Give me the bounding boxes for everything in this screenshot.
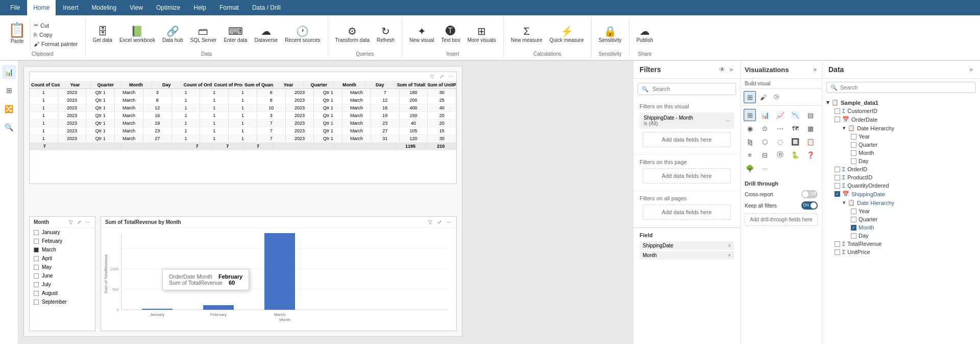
dataverse-button[interactable]: ☁ Dataverse (252, 24, 281, 45)
tree-field-orderdate[interactable]: 📅 OrderDate (830, 115, 980, 124)
refresh-button[interactable]: ↻ Refresh (374, 24, 398, 45)
cross-report-toggle[interactable]: Off (801, 190, 818, 198)
tree-field-unitprice[interactable]: Σ UnitPrice (830, 248, 980, 256)
month-order-checkbox[interactable] (851, 150, 856, 156)
keep-filters-toggle[interactable]: On (801, 201, 818, 210)
viz-icon-table[interactable]: ⊞ (744, 109, 756, 121)
tree-group-sample-header[interactable]: ▾ 📋 Sample_data1 (822, 98, 980, 107)
recent-sources-button[interactable]: 🕐 Recent sources (282, 24, 323, 45)
tree-field-productid[interactable]: Σ ProductID (830, 173, 980, 181)
slicer-expand-icon[interactable]: ⤢ (76, 219, 83, 225)
tree-field-quarter-order[interactable]: Quarter (847, 141, 980, 149)
data-panel-expand-icon[interactable]: » (968, 65, 974, 74)
viz-icon-qna[interactable]: ❓ (804, 149, 817, 161)
tree-field-date-hierarchy-order[interactable]: ▾ 📋 Date Hierarchy (839, 124, 980, 132)
slicer-more-icon[interactable]: ··· (84, 219, 91, 225)
viz-icon-map[interactable]: 🗺 (789, 122, 801, 134)
more-visuals-button[interactable]: ⊞ More visuals (464, 24, 499, 45)
new-visual-button[interactable]: ✦ New visual (406, 24, 437, 45)
slicer-item[interactable]: September (30, 297, 95, 306)
viz-icon-python[interactable]: 🐍 (789, 149, 801, 161)
sidebar-icon-dax[interactable]: 🔍 (2, 120, 16, 134)
filters-expand-icon[interactable]: » (728, 65, 734, 74)
tab-modeling[interactable]: Modeling (85, 0, 122, 15)
viz-tab-filter-pane[interactable]: ⧁ (770, 91, 782, 103)
viz-icon-slicer[interactable]: ≡ (744, 149, 756, 161)
viz-icon-gauge[interactable]: ◌ (774, 135, 787, 148)
text-box-button[interactable]: 🅣 Text box (438, 24, 463, 45)
tree-field-qty[interactable]: Σ QuantityOrdered (830, 181, 980, 190)
viz-icon-donut[interactable]: ⊙ (759, 122, 771, 134)
add-drill-fields-btn[interactable]: Add drill-through fields here (745, 213, 818, 226)
viz-tab-table[interactable]: ⊞ (744, 91, 756, 103)
slicer-item[interactable]: August (30, 289, 95, 297)
tree-field-day-order[interactable]: Day (847, 157, 980, 165)
year-ship-checkbox[interactable] (851, 209, 856, 214)
quarter-order-checkbox[interactable] (851, 142, 856, 148)
tree-field-year-ship[interactable]: Year (847, 207, 980, 215)
enter-data-button[interactable]: ⌨ Enter data (220, 24, 250, 45)
table-more-icon[interactable]: ··· (447, 73, 454, 80)
month-ship-checkbox[interactable]: ✓ (851, 225, 856, 231)
filter-chip-more-icon[interactable]: ··· (726, 118, 730, 124)
filter-chip-shipping-month[interactable]: ShippingDate - Month is (All) ··· (640, 112, 734, 129)
viz-icon-r-visual[interactable]: Ⓡ (774, 149, 787, 161)
orderdate-checkbox[interactable] (835, 117, 840, 122)
slicer-item[interactable]: May (30, 263, 95, 271)
slicer-item-checkbox[interactable] (34, 282, 39, 287)
get-data-button[interactable]: 🗄 Get data (90, 24, 115, 45)
slicer-item-checkbox[interactable] (34, 273, 39, 279)
viz-icon-more[interactable]: ··· (759, 162, 771, 174)
slicer-item-checkbox[interactable] (34, 247, 39, 253)
tab-format[interactable]: Format (213, 0, 245, 15)
viz-tab-style[interactable]: 🖌 (757, 91, 769, 103)
viz-icon-line[interactable]: 📈 (774, 109, 787, 121)
slicer-item-checkbox[interactable] (34, 300, 39, 305)
slicer-item-checkbox[interactable] (34, 239, 39, 244)
slicer-item[interactable]: April (30, 254, 95, 263)
tab-help[interactable]: Help (187, 0, 212, 15)
chart-filter-icon[interactable]: ▽ (427, 219, 434, 225)
bar-feb[interactable] (203, 305, 234, 310)
shippingdate-checkbox[interactable]: ✓ (835, 191, 840, 197)
viz-icon-kpi[interactable]: 📋 (804, 135, 817, 148)
bar-mar[interactable] (264, 233, 295, 310)
tree-field-year-order[interactable]: Year (847, 132, 980, 141)
viz-icon-matrix[interactable]: ⊟ (759, 149, 771, 161)
sidebar-icon-model[interactable]: 🔀 (2, 102, 16, 116)
tree-field-orderid[interactable]: Σ OrderID (830, 165, 980, 173)
slicer-item-checkbox[interactable] (34, 265, 39, 270)
slicer-item-checkbox[interactable] (34, 291, 39, 296)
field-month-x[interactable]: × (728, 253, 731, 258)
chart-expand-icon[interactable]: ⤢ (436, 219, 443, 225)
viz-icon-treemap[interactable]: ▦ (804, 122, 817, 134)
cut-button[interactable]: ✂ Cut (31, 21, 81, 30)
tree-field-shippingdate[interactable]: ✓ 📅 ShippingDate (830, 190, 980, 198)
slicer-item[interactable]: June (30, 271, 95, 280)
qty-checkbox[interactable] (835, 183, 840, 189)
add-fields-all-pages-btn[interactable]: Add data fields here (643, 204, 731, 220)
sql-server-button[interactable]: 🗃 SQL Server (187, 24, 220, 45)
tab-file[interactable]: File (4, 0, 26, 15)
slicer-item[interactable]: February (30, 237, 95, 245)
day-ship-checkbox[interactable] (851, 233, 856, 239)
excel-workbook-button[interactable]: 📗 Excel workbook (116, 24, 158, 45)
quick-measure-button[interactable]: ⚡ Quick measure (547, 24, 587, 45)
paste-button[interactable]: 📋 Paste (4, 19, 31, 50)
slicer-item[interactable]: July (30, 280, 95, 289)
tree-field-date-hierarchy-ship[interactable]: ▾ 📋 Date Hierarchy (839, 198, 980, 207)
viz-icon-waterfall[interactable]: ⧎ (744, 135, 756, 148)
year-order-checkbox[interactable] (851, 134, 856, 140)
customerid-checkbox[interactable] (835, 108, 840, 114)
tree-field-month-ship[interactable]: ✓ Month (847, 223, 980, 232)
slicer-item-checkbox[interactable] (34, 256, 39, 261)
viz-icon-pie[interactable]: ◉ (744, 122, 756, 134)
slicer-item[interactable]: January (30, 228, 95, 237)
publish-button[interactable]: ☁ Publish (633, 24, 656, 45)
chart-more-icon[interactable]: ··· (445, 219, 452, 225)
slicer-filter-icon[interactable]: ▽ (67, 219, 75, 225)
sidebar-icon-report[interactable]: 📊 (2, 65, 16, 79)
data-search-input[interactable] (826, 82, 976, 93)
viz-icon-funnel[interactable]: ⬡ (759, 135, 771, 148)
sidebar-icon-data[interactable]: ⊞ (2, 83, 16, 98)
